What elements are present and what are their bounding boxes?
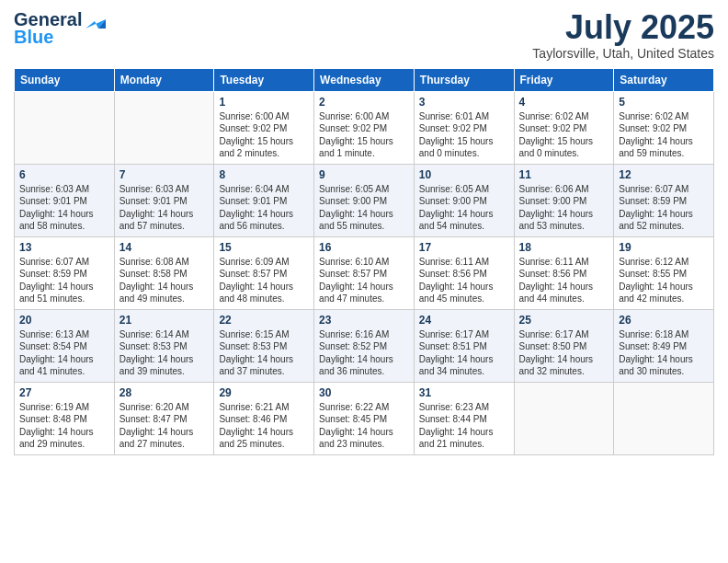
calendar-cell: 15Sunrise: 6:09 AM Sunset: 8:57 PM Dayli… [214,236,314,309]
day-info: Sunrise: 6:02 AM Sunset: 9:02 PM Dayligh… [519,110,609,160]
day-info: Sunrise: 6:18 AM Sunset: 8:49 PM Dayligh… [619,328,709,378]
day-number: 19 [619,241,709,254]
day-info: Sunrise: 6:07 AM Sunset: 8:59 PM Dayligh… [19,256,109,305]
day-number: 4 [519,96,609,109]
day-info: Sunrise: 6:05 AM Sunset: 9:00 PM Dayligh… [419,183,509,233]
day-info: Sunrise: 6:17 AM Sunset: 8:50 PM Dayligh… [519,328,609,378]
day-number: 7 [119,168,210,181]
calendar-cell: 23Sunrise: 6:16 AM Sunset: 8:52 PM Dayli… [314,309,415,382]
day-info: Sunrise: 6:03 AM Sunset: 9:01 PM Dayligh… [119,183,210,233]
col-sunday: Sunday [15,68,115,91]
day-info: Sunrise: 6:06 AM Sunset: 9:00 PM Dayligh… [519,183,609,233]
calendar-cell: 9Sunrise: 6:05 AM Sunset: 9:00 PM Daylig… [314,164,415,236]
calendar-cell: 8Sunrise: 6:04 AM Sunset: 9:01 PM Daylig… [214,164,314,236]
day-number: 9 [319,168,409,181]
col-thursday: Thursday [414,68,514,91]
calendar-week-3: 13Sunrise: 6:07 AM Sunset: 8:59 PM Dayli… [15,236,714,309]
day-number: 6 [19,168,109,181]
calendar: Sunday Monday Tuesday Wednesday Thursday… [14,68,714,455]
day-info: Sunrise: 6:11 AM Sunset: 8:56 PM Dayligh… [519,256,609,305]
day-info: Sunrise: 6:14 AM Sunset: 8:53 PM Dayligh… [119,328,210,378]
day-info: Sunrise: 6:20 AM Sunset: 8:47 PM Dayligh… [119,401,210,451]
calendar-cell: 10Sunrise: 6:05 AM Sunset: 9:00 PM Dayli… [414,164,514,236]
calendar-cell [514,382,614,454]
calendar-cell [114,91,214,164]
calendar-cell: 30Sunrise: 6:22 AM Sunset: 8:45 PM Dayli… [314,382,415,454]
day-number: 20 [19,314,109,327]
day-info: Sunrise: 6:21 AM Sunset: 8:46 PM Dayligh… [219,401,309,451]
day-number: 24 [419,314,509,327]
day-info: Sunrise: 6:04 AM Sunset: 9:01 PM Dayligh… [219,183,309,233]
day-info: Sunrise: 6:00 AM Sunset: 9:02 PM Dayligh… [319,110,409,160]
calendar-cell: 6Sunrise: 6:03 AM Sunset: 9:01 PM Daylig… [15,164,115,236]
day-info: Sunrise: 6:05 AM Sunset: 9:00 PM Dayligh… [319,183,409,233]
day-number: 16 [319,241,409,254]
main-title: July 2025 [532,9,714,46]
calendar-cell: 2Sunrise: 6:00 AM Sunset: 9:02 PM Daylig… [314,91,415,164]
day-info: Sunrise: 6:23 AM Sunset: 8:44 PM Dayligh… [419,401,509,451]
day-number: 26 [619,314,709,327]
day-info: Sunrise: 6:13 AM Sunset: 8:54 PM Dayligh… [19,328,109,378]
col-monday: Monday [114,68,214,91]
day-info: Sunrise: 6:02 AM Sunset: 9:02 PM Dayligh… [619,110,709,160]
day-info: Sunrise: 6:09 AM Sunset: 8:57 PM Dayligh… [219,256,309,305]
col-wednesday: Wednesday [314,68,415,91]
logo-blue: Blue [14,27,53,48]
day-number: 12 [619,168,709,181]
col-friday: Friday [514,68,614,91]
day-number: 2 [319,96,409,109]
day-info: Sunrise: 6:00 AM Sunset: 9:02 PM Dayligh… [219,110,309,160]
day-number: 5 [619,96,709,109]
day-number: 18 [519,241,609,254]
calendar-header: Sunday Monday Tuesday Wednesday Thursday… [15,68,714,91]
day-number: 11 [519,168,609,181]
calendar-cell: 16Sunrise: 6:10 AM Sunset: 8:57 PM Dayli… [314,236,415,309]
day-info: Sunrise: 6:19 AM Sunset: 8:48 PM Dayligh… [19,401,109,451]
day-number: 29 [219,386,309,399]
calendar-cell: 21Sunrise: 6:14 AM Sunset: 8:53 PM Dayli… [114,309,214,382]
day-number: 1 [219,96,309,109]
page: General Blue July 2025 Taylorsville, Uta… [0,0,728,563]
logo: General Blue [14,9,106,48]
day-number: 23 [319,314,409,327]
calendar-cell: 22Sunrise: 6:15 AM Sunset: 8:53 PM Dayli… [214,309,314,382]
calendar-cell: 7Sunrise: 6:03 AM Sunset: 9:01 PM Daylig… [114,164,214,236]
header: General Blue July 2025 Taylorsville, Uta… [14,9,714,61]
subtitle: Taylorsville, Utah, United States [532,46,714,61]
day-number: 27 [19,386,109,399]
day-info: Sunrise: 6:10 AM Sunset: 8:57 PM Dayligh… [319,256,409,305]
calendar-week-2: 6Sunrise: 6:03 AM Sunset: 9:01 PM Daylig… [15,164,714,236]
day-info: Sunrise: 6:12 AM Sunset: 8:55 PM Dayligh… [619,256,709,305]
calendar-week-4: 20Sunrise: 6:13 AM Sunset: 8:54 PM Dayli… [15,309,714,382]
day-number: 17 [419,241,509,254]
calendar-cell: 28Sunrise: 6:20 AM Sunset: 8:47 PM Dayli… [114,382,214,454]
day-info: Sunrise: 6:07 AM Sunset: 8:59 PM Dayligh… [619,183,709,233]
day-info: Sunrise: 6:15 AM Sunset: 8:53 PM Dayligh… [219,328,309,378]
calendar-cell: 3Sunrise: 6:01 AM Sunset: 9:02 PM Daylig… [414,91,514,164]
calendar-cell [614,382,714,454]
calendar-cell: 27Sunrise: 6:19 AM Sunset: 8:48 PM Dayli… [15,382,115,454]
title-block: July 2025 Taylorsville, Utah, United Sta… [532,9,714,61]
day-info: Sunrise: 6:03 AM Sunset: 9:01 PM Dayligh… [19,183,109,233]
calendar-cell: 5Sunrise: 6:02 AM Sunset: 9:02 PM Daylig… [614,91,714,164]
calendar-body: 1Sunrise: 6:00 AM Sunset: 9:02 PM Daylig… [15,91,714,454]
calendar-cell: 19Sunrise: 6:12 AM Sunset: 8:55 PM Dayli… [614,236,714,309]
calendar-cell: 4Sunrise: 6:02 AM Sunset: 9:02 PM Daylig… [514,91,614,164]
logo-bird-icon [85,12,106,29]
header-row: Sunday Monday Tuesday Wednesday Thursday… [15,68,714,91]
calendar-cell: 29Sunrise: 6:21 AM Sunset: 8:46 PM Dayli… [214,382,314,454]
day-number: 8 [219,168,309,181]
day-number: 13 [19,241,109,254]
calendar-cell [15,91,115,164]
calendar-cell: 25Sunrise: 6:17 AM Sunset: 8:50 PM Dayli… [514,309,614,382]
calendar-cell: 31Sunrise: 6:23 AM Sunset: 8:44 PM Dayli… [414,382,514,454]
calendar-cell: 11Sunrise: 6:06 AM Sunset: 9:00 PM Dayli… [514,164,614,236]
col-saturday: Saturday [614,68,714,91]
day-number: 31 [419,386,509,399]
day-info: Sunrise: 6:01 AM Sunset: 9:02 PM Dayligh… [419,110,509,160]
day-number: 22 [219,314,309,327]
calendar-week-1: 1Sunrise: 6:00 AM Sunset: 9:02 PM Daylig… [15,91,714,164]
calendar-cell: 13Sunrise: 6:07 AM Sunset: 8:59 PM Dayli… [15,236,115,309]
day-number: 3 [419,96,509,109]
col-tuesday: Tuesday [214,68,314,91]
